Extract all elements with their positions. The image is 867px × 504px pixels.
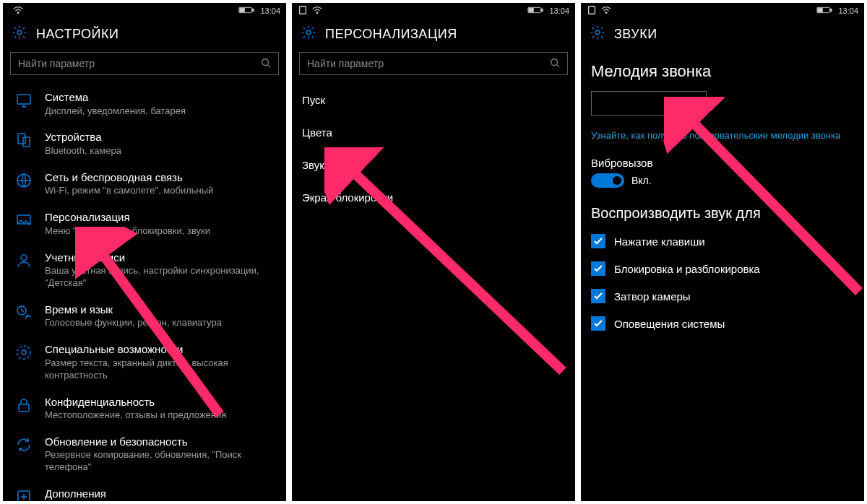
svg-rect-16 (19, 404, 29, 412)
svg-point-12 (21, 255, 27, 261)
time-language-icon (13, 303, 35, 329)
status-bar: 13:04 (292, 3, 575, 19)
svg-rect-3 (253, 9, 254, 12)
extras-icon (13, 487, 35, 501)
gear-icon (12, 25, 27, 43)
search-icon (261, 58, 271, 70)
svg-rect-29 (589, 6, 595, 14)
item-title: Учетные записи (45, 251, 276, 265)
ringtone-heading: Мелодия звонка (581, 52, 864, 87)
item-title: Конфиденциальность (45, 395, 276, 409)
vibrate-toggle[interactable] (591, 173, 624, 188)
chevron-down-icon (690, 97, 699, 110)
item-sub: Размер текста, экранный диктор, высокая … (45, 357, 276, 382)
search-placeholder: Найти параметр (18, 58, 261, 69)
search-input[interactable]: Найти параметр (299, 52, 568, 75)
orientation-icon (587, 5, 597, 17)
svg-rect-20 (300, 6, 306, 14)
svg-rect-8 (18, 134, 25, 144)
svg-point-26 (551, 58, 558, 65)
svg-point-21 (316, 12, 318, 14)
check-row-camera[interactable]: Затвор камеры (581, 282, 864, 310)
settings-screen: 13:04 НАСТРОЙКИ Найти параметр СистемаДи… (3, 3, 286, 501)
svg-point-25 (306, 30, 311, 35)
check-row-system[interactable]: Оповещения системы (581, 310, 864, 337)
settings-item-devices[interactable]: УстройстваBluetooth, камера (3, 123, 286, 163)
personalization-icon (13, 210, 35, 237)
item-title: Сеть и беспроводная связь (45, 170, 276, 185)
accessibility-icon (13, 342, 35, 381)
item-title: Дополнения (45, 487, 276, 501)
settings-item-system[interactable]: СистемаДисплей, уведомления, батарея (3, 84, 286, 123)
svg-point-1 (17, 12, 19, 14)
item-title: Специальные возможности (45, 342, 276, 357)
vibrate-label: Вибровызов (581, 154, 864, 173)
gear-icon (301, 25, 316, 43)
personalization-item-start[interactable]: Пуск (292, 84, 575, 116)
settings-item-network[interactable]: Сеть и беспроводная связьWi-Fi, режим "в… (3, 164, 286, 204)
item-sub: Местоположение, отзывы и предложения (45, 409, 276, 422)
status-time: 13:04 (549, 6, 569, 15)
status-time: 13:04 (260, 6, 280, 15)
settings-item-privacy[interactable]: КонфиденциальностьМестоположение, отзывы… (3, 388, 286, 428)
status-time: 13:04 (838, 6, 858, 15)
personalization-screen: 13:04 ПЕРСОНАЛИЗАЦИЯ Найти параметр Пуск… (292, 3, 575, 501)
item-sub: Резервное копирование, обновления, "Поис… (45, 449, 276, 474)
page-title: НАСТРОЙКИ (36, 27, 118, 42)
checkbox[interactable] (591, 289, 605, 303)
page-title: ПЕРСОНАЛИЗАЦИЯ (325, 27, 457, 42)
svg-rect-4 (240, 8, 244, 12)
checkbox[interactable] (591, 316, 605, 331)
check-row-keypress[interactable]: Нажатие клавиши (581, 227, 864, 255)
item-title: Время и язык (45, 303, 276, 317)
battery-icon (527, 6, 543, 15)
settings-item-personalization[interactable]: ПерсонализацияМеню "Пуск", экран блокиро… (3, 204, 286, 243)
personalization-item-colors[interactable]: Цвета (292, 116, 575, 149)
wifi-icon (13, 6, 23, 16)
wifi-icon (601, 6, 611, 16)
ringtone-dropdown[interactable] (591, 91, 707, 116)
check-label: Оповещения системы (614, 318, 725, 330)
check-row-lock[interactable]: Блокировка и разблокировка (581, 255, 864, 282)
header: ЗВУКИ (581, 19, 864, 52)
wifi-icon (312, 6, 322, 16)
svg-point-15 (22, 350, 26, 355)
svg-point-30 (605, 12, 607, 14)
settings-item-ease-access[interactable]: Специальные возможностиРазмер текста, эк… (3, 336, 286, 388)
svg-point-6 (262, 58, 269, 65)
person-icon (13, 251, 35, 290)
item-sub: Меню "Пуск", экран блокировки, звуки (45, 225, 276, 238)
svg-point-14 (17, 346, 30, 359)
personalization-item-lockscreen[interactable]: Экран блокировки (292, 181, 575, 214)
item-title: Система (45, 90, 276, 105)
svg-rect-7 (17, 95, 30, 104)
settings-item-time-language[interactable]: Время и языкГолосовые функции, регион, к… (3, 296, 286, 336)
search-placeholder: Найти параметр (307, 58, 550, 69)
vibrate-state: Вкл. (631, 175, 652, 186)
checkbox[interactable] (591, 234, 605, 248)
svg-rect-33 (818, 8, 822, 12)
search-icon (550, 58, 560, 70)
personalization-item-sounds[interactable]: Звуки (292, 149, 575, 181)
check-label: Затвор камеры (614, 290, 691, 303)
item-title: Обновление и безопасность (45, 435, 276, 449)
svg-rect-32 (831, 9, 832, 12)
checkbox[interactable] (591, 261, 605, 276)
settings-item-update[interactable]: Обновление и безопасностьРезервное копир… (3, 428, 286, 480)
item-sub: Дисплей, уведомления, батарея (45, 105, 276, 118)
settings-item-accounts[interactable]: Учетные записиВаша учетная запись, настр… (3, 244, 286, 296)
header: НАСТРОЙКИ (3, 19, 286, 52)
settings-item-extras[interactable]: Дополнения (3, 480, 286, 501)
gear-icon (590, 25, 605, 43)
item-sub: Голосовые функции, регион, клавиатура (45, 317, 276, 329)
lock-icon (13, 395, 35, 422)
item-sub: Wi-Fi, режим "в самолете", мобильный (45, 185, 276, 197)
svg-point-5 (17, 30, 22, 35)
check-label: Блокировка и разблокировка (614, 263, 760, 275)
devices-icon (13, 130, 35, 157)
battery-icon (238, 6, 254, 15)
search-input[interactable]: Найти параметр (10, 52, 279, 75)
orientation-icon (298, 5, 308, 17)
page-title: ЗВУКИ (614, 27, 657, 42)
ringtone-help-link[interactable]: Узнайте, как получить пользовательские м… (581, 126, 864, 154)
